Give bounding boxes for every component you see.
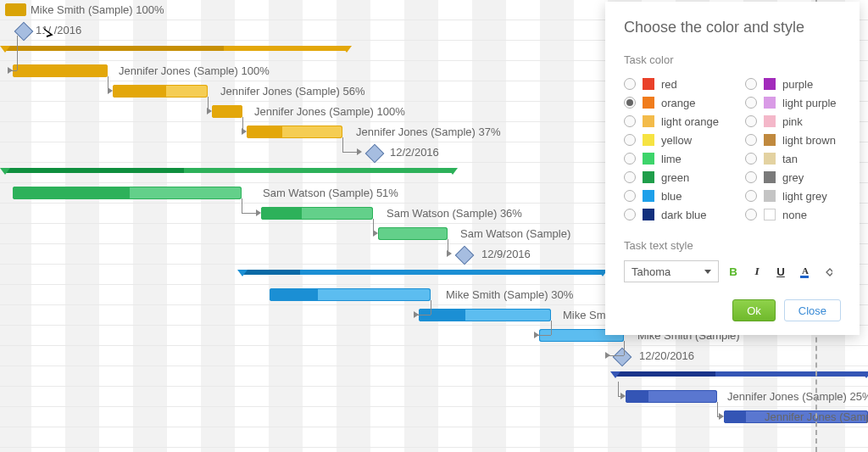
task-label: Sam Watson (Sample) [460,227,570,240]
color-option-dark-blue[interactable]: dark blue [624,205,720,224]
color-swatch-icon [764,97,776,109]
color-column-right: purplelight purplepinklight browntangrey… [745,75,841,224]
task-label: Jennifer Jones (Sample) 37% [356,126,501,138]
task-label: Jennifer Jones (Sample) 56% [220,85,365,98]
ok-button[interactable]: Ok [732,299,776,321]
color-option-label: dark blue [661,209,706,221]
color-swatch-icon [643,209,654,220]
color-option-green[interactable]: green [624,168,720,187]
color-option-orange[interactable]: orange [624,93,720,112]
milestone-icon[interactable] [455,246,475,265]
summary-bar[interactable] [5,168,453,173]
task-label: Mike Smith (Sample) 30% [446,288,573,301]
font-color-button[interactable]: A [795,262,814,281]
milestone-icon[interactable] [613,348,632,367]
milestone-icon[interactable] [365,144,385,164]
radio-icon [624,97,636,109]
dependency-link [342,152,357,153]
task-bar[interactable] [247,126,342,138]
color-option-grey[interactable]: grey [745,168,841,187]
color-option-light-purple[interactable]: light purple [745,93,841,112]
color-column-left: redorangelight orangeyellowlimegreenblue… [624,75,720,224]
popup-title: Choose the color and style [624,19,841,36]
task-bar[interactable] [13,64,108,77]
color-option-lime[interactable]: lime [624,149,720,168]
color-swatch-icon [643,190,654,202]
svg-text:A: A [802,265,809,276]
radio-icon [624,78,636,90]
font-select-value: Tahoma [632,265,670,278]
arrow-right-icon [108,87,113,94]
underline-button[interactable]: U [771,262,790,281]
task-progress [270,288,318,301]
color-option-label: light grey [782,190,827,203]
gantt-row [0,448,868,452]
color-option-red[interactable]: red [624,75,720,93]
close-button[interactable]: Close [784,299,841,321]
task-bar[interactable] [212,105,242,118]
color-option-yellow[interactable]: yellow [624,131,720,149]
color-option-purple[interactable]: purple [745,75,841,93]
task-progress [113,85,166,98]
radio-icon [624,134,636,146]
task-bar[interactable] [261,207,373,220]
color-swatch-icon [764,209,776,220]
color-option-none[interactable]: none [745,205,841,224]
radio-icon [745,153,757,165]
arrow-right-icon [414,311,419,318]
color-option-pink[interactable]: pink [745,112,841,131]
task-label: 11/ /2016 [36,24,81,36]
summary-bar[interactable] [615,371,866,377]
arrow-right-icon [534,332,539,338]
task-progress [212,105,242,118]
radio-icon [745,190,757,202]
color-option-label: pink [782,115,803,128]
gantt-row: Jennifer Jones (Sample) [0,407,868,427]
chevron-down-icon [704,270,711,274]
radio-icon [624,171,636,183]
radio-icon [624,209,636,220]
task-bar[interactable] [419,309,551,321]
radio-icon [624,153,636,165]
font-select[interactable]: Tahoma [624,260,719,282]
arrow-right-icon [373,230,378,237]
bold-button[interactable]: B [724,262,743,281]
arrow-right-icon [447,250,452,257]
summary-bar[interactable] [242,270,603,275]
task-bar[interactable] [270,288,431,301]
arrow-right-icon [242,128,247,135]
color-option-light-orange[interactable]: light orange [624,112,720,131]
summary-bar[interactable] [5,46,347,51]
task-label: Jennifer Jones (Sample) 25% [727,390,868,403]
task-label: 12/2/2016 [390,146,439,159]
color-option-light-brown[interactable]: light brown [745,131,841,149]
color-swatch-icon [764,190,776,202]
text-style-label: Task text style [624,239,841,252]
dependency-link [717,402,718,416]
radio-icon [745,209,757,220]
color-swatch-icon [643,78,654,90]
task-bar[interactable] [113,85,208,98]
color-option-label: green [661,171,689,184]
radio-icon [624,115,636,127]
color-option-blue[interactable]: blue [624,187,720,205]
dependency-link [242,198,242,213]
color-option-tan[interactable]: tan [745,149,841,168]
color-option-label: grey [782,171,804,184]
task-bar[interactable] [13,187,242,199]
italic-button[interactable]: I [748,262,766,281]
radio-icon [745,115,757,127]
dependency-link [431,300,431,315]
task-bar[interactable] [5,3,26,16]
task-bar[interactable] [626,390,717,403]
arrow-right-icon [719,413,724,420]
background-color-button[interactable] [819,262,837,281]
color-swatch-icon [764,78,776,90]
dependency-link [342,137,343,152]
color-option-light-grey[interactable]: light grey [745,187,841,205]
color-option-label: red [661,78,677,91]
color-option-label: lime [661,153,682,165]
task-progress [13,187,130,199]
color-swatch-icon [764,134,776,146]
task-bar[interactable] [378,227,448,240]
